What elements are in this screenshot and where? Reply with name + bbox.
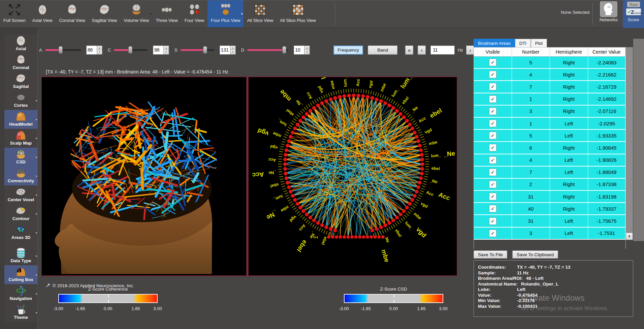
score-button[interactable]: Raw✓ZScores Score <box>623 0 644 28</box>
table-row[interactable]: ✓40Right-1.79337 <box>474 203 625 215</box>
slider-track-a[interactable] <box>45 49 81 51</box>
next-frequency-button[interactable]: › <box>466 46 474 55</box>
spin-up-button[interactable]: ▲ <box>230 46 235 50</box>
toolbar-item-full-screen[interactable]: Full Screen <box>0 0 29 27</box>
visible-checkbox[interactable]: ✓ <box>489 230 496 237</box>
slider-thumb[interactable] <box>128 46 132 54</box>
toolbar-item-four-plus-view[interactable]: ▼Four Plus View <box>207 0 244 27</box>
table-row[interactable]: ✓4Right-2.21662 <box>474 69 625 81</box>
slider-track-c[interactable] <box>114 49 148 51</box>
table-row[interactable]: ✓3Right-2.07116 <box>474 106 625 118</box>
sidebar-item-cortex[interactable]: Cortex▸ <box>4 91 37 110</box>
tab-plot[interactable]: Plot <box>531 39 547 47</box>
save-to-clipboard-button[interactable]: Save To Clipboard <box>512 250 558 259</box>
spin-down-button[interactable]: ▼ <box>304 50 310 54</box>
sidebar-item-axial[interactable]: Axial <box>4 34 37 53</box>
visible-checkbox[interactable]: ✓ <box>489 108 496 115</box>
connectome-viewport[interactable]: Accvgdmbelum_ebel_NeAccvgdmbelum_ebel_Ne… <box>249 77 457 274</box>
sidebar-item-headmodel[interactable]: HeadModel▸ <box>4 110 37 129</box>
toolbar-item-sagittal-view[interactable]: Sagittal View <box>89 0 121 27</box>
toolbar-item-volume-view[interactable]: ▼Volume View <box>121 0 153 27</box>
expand-arrow-icon[interactable]: ▸ <box>36 311 37 314</box>
visible-checkbox[interactable]: ✓ <box>489 83 496 90</box>
sidebar-item-connectivity[interactable]: Connectivity▸ <box>4 167 37 185</box>
spin-up-button[interactable]: ▲ <box>97 46 102 50</box>
visible-checkbox[interactable]: ✓ <box>489 193 496 200</box>
sidebar-item-csd[interactable]: CSD▸ <box>4 148 37 167</box>
expand-arrow-icon[interactable]: ▸ <box>36 118 37 121</box>
table-row[interactable]: ✓4Left-1.90826 <box>474 154 625 167</box>
table-row[interactable]: ✓7Left-1.88049 <box>474 167 625 179</box>
visible-checkbox[interactable]: ✓ <box>489 156 496 164</box>
sidebar-item-contour[interactable]: Contour▸ <box>4 204 37 223</box>
first-frequency-button[interactable]: « <box>405 46 413 55</box>
toolbar-item-all-slice-plus-view[interactable]: All Slice Plus View <box>277 0 319 27</box>
visible-checkbox[interactable]: ✓ <box>489 181 496 188</box>
networks-button[interactable]: Sx Networks <box>598 2 619 27</box>
expand-arrow-icon[interactable]: ▸ <box>36 99 37 102</box>
spinner-c[interactable]: 98▲▼ <box>153 46 169 55</box>
sidebar-item-navigation[interactable]: Navigation▸ <box>4 284 37 303</box>
frequency-mode-button[interactable]: Frequency <box>333 46 363 55</box>
spinner-d[interactable]: 10▲▼ <box>294 46 310 55</box>
previous-frequency-button[interactable]: ‹ <box>418 46 426 55</box>
expand-arrow-icon[interactable]: ▸ <box>36 193 37 197</box>
table-row[interactable]: ✓3Left-1.7531 <box>474 228 625 240</box>
table-row[interactable]: ✓7Right-2.16729 <box>474 81 625 93</box>
visible-checkbox[interactable]: ✓ <box>489 144 496 151</box>
expand-arrow-icon[interactable]: ▸ <box>36 155 37 159</box>
expand-arrow-icon[interactable]: ▸ <box>36 137 37 140</box>
slider-thumb[interactable] <box>282 46 286 54</box>
sidebar-item-sagittal[interactable]: Sagittal <box>4 72 37 91</box>
visible-checkbox[interactable]: ✓ <box>489 217 496 225</box>
sidebar-item-theme[interactable]: Theme▸ <box>4 303 37 322</box>
table-row[interactable]: ✓31Right-1.83198 <box>474 191 625 203</box>
visible-checkbox[interactable]: ✓ <box>489 205 496 212</box>
expand-arrow-icon[interactable]: ▸ <box>36 273 37 276</box>
tab-dti[interactable]: DTI <box>515 39 531 47</box>
spin-up-button[interactable]: ▲ <box>164 46 169 50</box>
band-mode-button[interactable]: Band <box>368 46 397 55</box>
sidebar-item-scalp-map[interactable]: Scalp Map▸ <box>4 129 37 148</box>
column-header-center-value[interactable]: Center Value⌄ <box>588 48 626 56</box>
column-header-hemisphere[interactable]: Hemisphere <box>550 48 588 56</box>
expand-arrow-icon[interactable]: ▸ <box>36 292 37 295</box>
toolbar-item-axial-view[interactable]: Axial View <box>29 0 56 27</box>
sidebar-item-areas-3d[interactable]: Areas 3D▸ <box>4 223 37 242</box>
table-row[interactable]: ✓31Left-1.75675 <box>474 215 625 227</box>
slider-track-s[interactable] <box>181 49 214 51</box>
table-row[interactable]: ✓2Right-1.87338 <box>474 179 625 191</box>
column-header-visible[interactable]: Visible <box>474 48 512 56</box>
spinner-s[interactable]: 131▲▼ <box>220 46 236 55</box>
visible-checkbox[interactable]: ✓ <box>489 120 496 127</box>
sidebar-item-coronal[interactable]: Coronal <box>4 53 37 72</box>
dropdown-caret-icon[interactable]: ▼ <box>150 12 152 16</box>
visible-checkbox[interactable]: ✓ <box>489 169 496 176</box>
visible-checkbox[interactable]: ✓ <box>489 59 496 66</box>
spinner-a[interactable]: 86▲▼ <box>86 46 102 55</box>
head-model-panel[interactable] <box>41 77 247 276</box>
table-row[interactable]: ✓5Left-1.93335 <box>474 130 625 142</box>
head-model-viewport[interactable] <box>42 77 246 274</box>
sidebar-item-center-voxel[interactable]: Center Voxel▸ <box>4 185 37 204</box>
expand-arrow-icon[interactable]: ▸ <box>36 174 37 178</box>
slider-thumb[interactable] <box>59 46 63 54</box>
table-row[interactable]: ✓1Left-2.0295 <box>474 118 625 130</box>
tab-brodmann-areas[interactable]: Brodmann Areas <box>474 39 515 47</box>
visible-checkbox[interactable]: ✓ <box>489 71 496 78</box>
visible-checkbox[interactable]: ✓ <box>489 95 496 103</box>
visible-checkbox[interactable]: ✓ <box>489 132 496 139</box>
table-scrollbar[interactable]: ▼ <box>626 47 633 240</box>
dropdown-caret-icon[interactable]: ▼ <box>241 12 244 16</box>
table-row[interactable]: ✓6Right-1.90845 <box>474 142 625 154</box>
spin-down-button[interactable]: ▼ <box>97 50 102 54</box>
toolbar-item-four-view[interactable]: Four View <box>181 0 207 27</box>
spin-down-button[interactable]: ▼ <box>230 50 235 54</box>
sidebar-item-data-type[interactable]: Data Type▸ <box>4 246 37 265</box>
connectome-panel[interactable]: Accvgdmbelum_ebel_NeAccvgdmbelum_ebel_Ne… <box>248 77 457 276</box>
toolbar-item-three-view[interactable]: Three View <box>152 0 181 27</box>
scroll-down-button[interactable]: ▼ <box>626 233 633 240</box>
sidebar-item-cutting-box[interactable]: Cutting Box▸ <box>4 265 37 284</box>
spin-up-button[interactable]: ▲ <box>304 46 310 50</box>
frequency-input[interactable] <box>430 46 455 55</box>
